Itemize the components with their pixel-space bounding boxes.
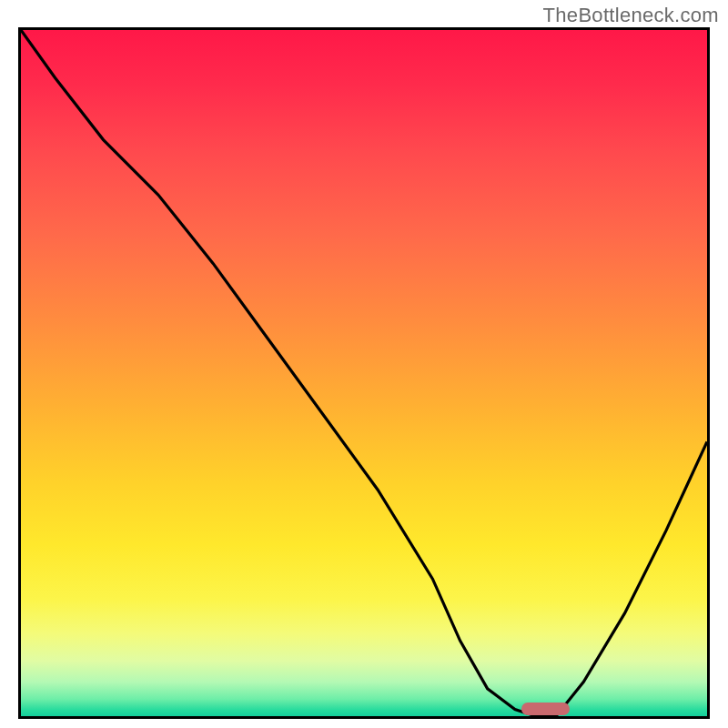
- watermark-text: TheBottleneck.com: [543, 4, 719, 27]
- plot-area: [18, 27, 710, 719]
- optimal-marker: [521, 703, 570, 715]
- bottleneck-curve: [21, 30, 707, 716]
- chart-frame: TheBottleneck.com: [0, 0, 728, 728]
